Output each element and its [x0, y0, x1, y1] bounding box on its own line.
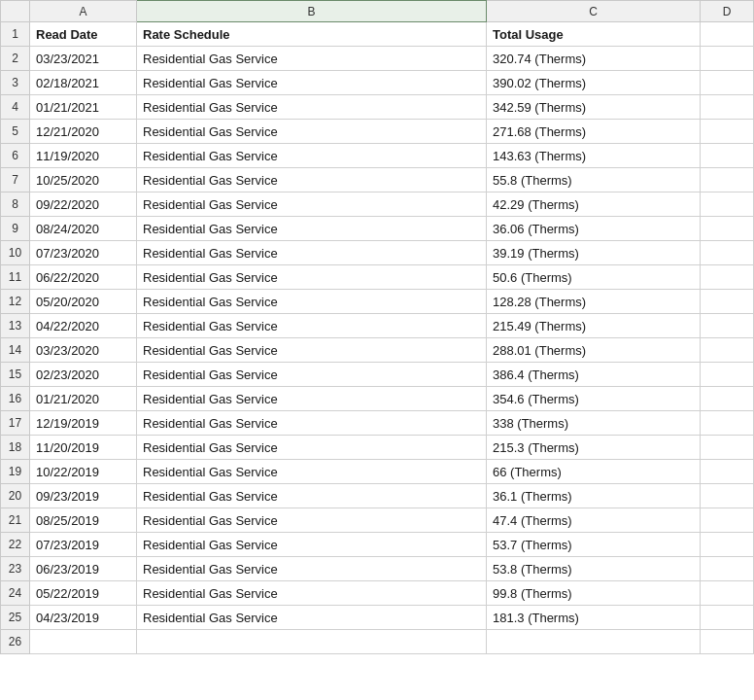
cell-d-11[interactable] — [701, 265, 754, 290]
cell-b-11[interactable]: Residential Gas Service — [137, 265, 487, 290]
cell-b-1[interactable]: Rate Schedule — [137, 22, 487, 47]
cell-d-9[interactable] — [701, 217, 754, 241]
cell-c-26[interactable] — [487, 630, 701, 654]
cell-d-23[interactable] — [701, 557, 754, 581]
cell-d-10[interactable] — [701, 241, 754, 265]
cell-c-2[interactable]: 320.74 (Therms) — [487, 47, 701, 71]
cell-b-24[interactable]: Residential Gas Service — [137, 581, 487, 606]
cell-c-20[interactable]: 36.1 (Therms) — [487, 484, 701, 508]
cell-b-26[interactable] — [137, 630, 487, 654]
cell-a-6[interactable]: 11/19/2020 — [30, 144, 137, 168]
cell-a-23[interactable]: 06/23/2019 — [30, 557, 137, 581]
cell-d-24[interactable] — [701, 581, 754, 606]
cell-d-2[interactable] — [701, 47, 754, 71]
cell-a-5[interactable]: 12/21/2020 — [30, 120, 137, 144]
cell-a-14[interactable]: 03/23/2020 — [30, 338, 137, 363]
cell-b-23[interactable]: Residential Gas Service — [137, 557, 487, 581]
cell-b-2[interactable]: Residential Gas Service — [137, 47, 487, 71]
cell-c-19[interactable]: 66 (Therms) — [487, 460, 701, 484]
cell-d-19[interactable] — [701, 460, 754, 484]
cell-b-16[interactable]: Residential Gas Service — [137, 387, 487, 411]
cell-a-18[interactable]: 11/20/2019 — [30, 436, 137, 460]
cell-b-17[interactable]: Residential Gas Service — [137, 411, 487, 436]
cell-c-11[interactable]: 50.6 (Therms) — [487, 265, 701, 290]
col-c-header[interactable]: C — [487, 1, 701, 22]
cell-c-25[interactable]: 181.3 (Therms) — [487, 606, 701, 630]
cell-d-21[interactable] — [701, 508, 754, 533]
cell-d-7[interactable] — [701, 168, 754, 192]
cell-d-26[interactable] — [701, 630, 754, 654]
cell-a-19[interactable]: 10/22/2019 — [30, 460, 137, 484]
col-a-header[interactable]: A — [30, 1, 137, 22]
cell-d-18[interactable] — [701, 436, 754, 460]
cell-a-12[interactable]: 05/20/2020 — [30, 290, 137, 314]
cell-c-9[interactable]: 36.06 (Therms) — [487, 217, 701, 241]
cell-c-12[interactable]: 128.28 (Therms) — [487, 290, 701, 314]
cell-c-3[interactable]: 390.02 (Therms) — [487, 71, 701, 95]
cell-b-8[interactable]: Residential Gas Service — [137, 192, 487, 217]
cell-b-9[interactable]: Residential Gas Service — [137, 217, 487, 241]
cell-b-13[interactable]: Residential Gas Service — [137, 314, 487, 338]
cell-b-5[interactable]: Residential Gas Service — [137, 120, 487, 144]
cell-c-22[interactable]: 53.7 (Therms) — [487, 533, 701, 557]
cell-d-20[interactable] — [701, 484, 754, 508]
cell-a-15[interactable]: 02/23/2020 — [30, 363, 137, 387]
cell-c-18[interactable]: 215.3 (Therms) — [487, 436, 701, 460]
cell-a-1[interactable]: Read Date — [30, 22, 137, 47]
cell-a-17[interactable]: 12/19/2019 — [30, 411, 137, 436]
cell-c-17[interactable]: 338 (Therms) — [487, 411, 701, 436]
cell-c-1[interactable]: Total Usage — [487, 22, 701, 47]
cell-c-23[interactable]: 53.8 (Therms) — [487, 557, 701, 581]
cell-d-8[interactable] — [701, 192, 754, 217]
cell-b-15[interactable]: Residential Gas Service — [137, 363, 487, 387]
cell-b-19[interactable]: Residential Gas Service — [137, 460, 487, 484]
cell-d-14[interactable] — [701, 338, 754, 363]
cell-a-21[interactable]: 08/25/2019 — [30, 508, 137, 533]
cell-b-6[interactable]: Residential Gas Service — [137, 144, 487, 168]
cell-a-7[interactable]: 10/25/2020 — [30, 168, 137, 192]
cell-d-4[interactable] — [701, 95, 754, 120]
cell-d-13[interactable] — [701, 314, 754, 338]
cell-d-6[interactable] — [701, 144, 754, 168]
cell-a-4[interactable]: 01/21/2021 — [30, 95, 137, 120]
cell-d-25[interactable] — [701, 606, 754, 630]
cell-a-11[interactable]: 06/22/2020 — [30, 265, 137, 290]
cell-d-3[interactable] — [701, 71, 754, 95]
cell-b-18[interactable]: Residential Gas Service — [137, 436, 487, 460]
cell-d-1[interactable] — [701, 22, 754, 47]
cell-d-22[interactable] — [701, 533, 754, 557]
cell-a-20[interactable]: 09/23/2019 — [30, 484, 137, 508]
cell-b-10[interactable]: Residential Gas Service — [137, 241, 487, 265]
cell-a-26[interactable] — [30, 630, 137, 654]
cell-d-5[interactable] — [701, 120, 754, 144]
cell-c-8[interactable]: 42.29 (Therms) — [487, 192, 701, 217]
cell-a-25[interactable]: 04/23/2019 — [30, 606, 137, 630]
cell-d-16[interactable] — [701, 387, 754, 411]
cell-b-21[interactable]: Residential Gas Service — [137, 508, 487, 533]
cell-a-13[interactable]: 04/22/2020 — [30, 314, 137, 338]
cell-d-17[interactable] — [701, 411, 754, 436]
cell-c-7[interactable]: 55.8 (Therms) — [487, 168, 701, 192]
cell-c-24[interactable]: 99.8 (Therms) — [487, 581, 701, 606]
cell-a-9[interactable]: 08/24/2020 — [30, 217, 137, 241]
cell-b-3[interactable]: Residential Gas Service — [137, 71, 487, 95]
cell-b-22[interactable]: Residential Gas Service — [137, 533, 487, 557]
cell-a-16[interactable]: 01/21/2020 — [30, 387, 137, 411]
cell-c-13[interactable]: 215.49 (Therms) — [487, 314, 701, 338]
cell-c-6[interactable]: 143.63 (Therms) — [487, 144, 701, 168]
cell-a-2[interactable]: 03/23/2021 — [30, 47, 137, 71]
cell-b-25[interactable]: Residential Gas Service — [137, 606, 487, 630]
cell-c-15[interactable]: 386.4 (Therms) — [487, 363, 701, 387]
cell-d-12[interactable] — [701, 290, 754, 314]
cell-b-4[interactable]: Residential Gas Service — [137, 95, 487, 120]
cell-d-15[interactable] — [701, 363, 754, 387]
cell-a-3[interactable]: 02/18/2021 — [30, 71, 137, 95]
cell-b-12[interactable]: Residential Gas Service — [137, 290, 487, 314]
cell-b-14[interactable]: Residential Gas Service — [137, 338, 487, 363]
cell-c-14[interactable]: 288.01 (Therms) — [487, 338, 701, 363]
cell-c-21[interactable]: 47.4 (Therms) — [487, 508, 701, 533]
cell-b-7[interactable]: Residential Gas Service — [137, 168, 487, 192]
cell-c-4[interactable]: 342.59 (Therms) — [487, 95, 701, 120]
cell-b-20[interactable]: Residential Gas Service — [137, 484, 487, 508]
cell-c-16[interactable]: 354.6 (Therms) — [487, 387, 701, 411]
